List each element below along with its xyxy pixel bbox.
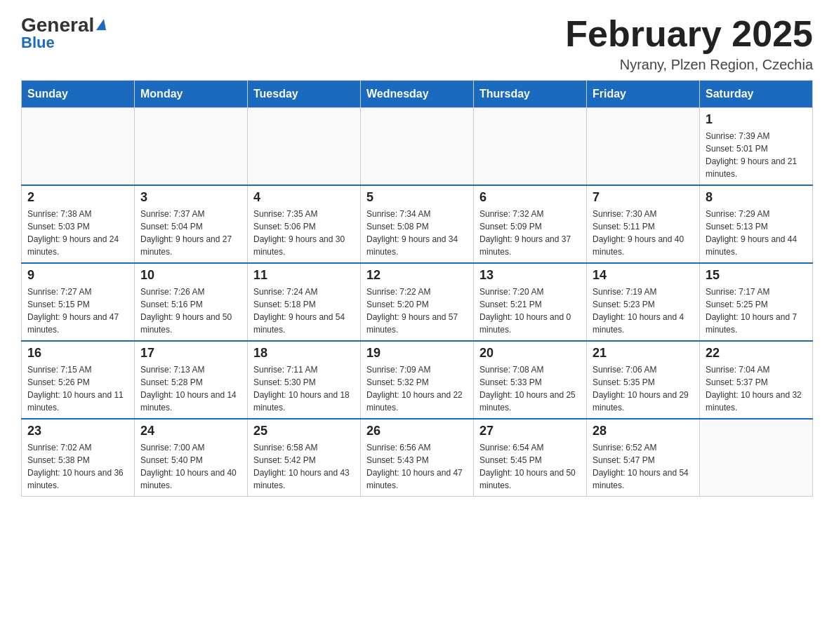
day-number: 11 [253, 268, 355, 283]
calendar-cell-week4-day4: 27 Sunrise: 6:54 AM Sunset: 5:45 PM Dayl… [474, 419, 587, 497]
daylight-text: Daylight: 10 hours and 47 minutes. [366, 468, 463, 490]
calendar-cell-week2-day4: 13 Sunrise: 7:20 AM Sunset: 5:21 PM Dayl… [474, 263, 587, 341]
day-info: Sunrise: 7:39 AM Sunset: 5:01 PM Dayligh… [706, 130, 807, 180]
calendar-cell-week0-day2 [248, 108, 361, 186]
sunrise-text: Sunrise: 7:19 AM [593, 287, 656, 297]
day-number: 10 [140, 268, 241, 283]
sunset-text: Sunset: 5:33 PM [479, 377, 542, 387]
daylight-text: Daylight: 9 hours and 50 minutes. [140, 312, 232, 335]
daylight-text: Daylight: 10 hours and 11 minutes. [27, 390, 124, 412]
day-info: Sunrise: 7:13 AM Sunset: 5:28 PM Dayligh… [140, 363, 241, 414]
daylight-text: Daylight: 10 hours and 4 minutes. [593, 312, 684, 335]
day-info: Sunrise: 7:06 AM Sunset: 5:35 PM Dayligh… [593, 363, 694, 414]
calendar-cell-week2-day0: 9 Sunrise: 7:27 AM Sunset: 5:15 PM Dayli… [22, 263, 135, 341]
day-info: Sunrise: 6:56 AM Sunset: 5:43 PM Dayligh… [366, 441, 468, 492]
day-info: Sunrise: 7:00 AM Sunset: 5:40 PM Dayligh… [140, 441, 241, 492]
day-number: 14 [593, 268, 694, 283]
day-info: Sunrise: 7:15 AM Sunset: 5:26 PM Dayligh… [27, 363, 128, 414]
daylight-text: Daylight: 9 hours and 40 minutes. [593, 234, 684, 257]
day-info: Sunrise: 7:09 AM Sunset: 5:32 PM Dayligh… [366, 363, 468, 414]
logo: General Blue [21, 14, 106, 52]
calendar-cell-week2-day5: 14 Sunrise: 7:19 AM Sunset: 5:23 PM Dayl… [587, 263, 700, 341]
day-info: Sunrise: 7:37 AM Sunset: 5:04 PM Dayligh… [140, 208, 241, 258]
calendar-cell-week3-day5: 21 Sunrise: 7:06 AM Sunset: 5:35 PM Dayl… [587, 341, 700, 419]
day-info: Sunrise: 7:32 AM Sunset: 5:09 PM Dayligh… [479, 208, 581, 258]
day-number: 15 [706, 268, 807, 283]
sunrise-text: Sunrise: 6:52 AM [593, 443, 656, 452]
day-info: Sunrise: 7:35 AM Sunset: 5:06 PM Dayligh… [253, 208, 355, 258]
sunrise-text: Sunrise: 6:56 AM [366, 443, 430, 452]
calendar-cell-week4-day1: 24 Sunrise: 7:00 AM Sunset: 5:40 PM Dayl… [135, 419, 248, 497]
calendar-cell-week3-day2: 18 Sunrise: 7:11 AM Sunset: 5:30 PM Dayl… [248, 341, 361, 419]
daylight-text: Daylight: 10 hours and 32 minutes. [706, 390, 802, 412]
day-number: 12 [366, 268, 468, 283]
sunset-text: Sunset: 5:32 PM [366, 377, 429, 387]
page-header: General Blue February 2025 Nyrany, Plzen… [21, 14, 813, 73]
calendar-cell-week1-day2: 4 Sunrise: 7:35 AM Sunset: 5:06 PM Dayli… [248, 185, 361, 263]
sunset-text: Sunset: 5:25 PM [706, 300, 768, 309]
calendar-cell-week1-day0: 2 Sunrise: 7:38 AM Sunset: 5:03 PM Dayli… [22, 185, 135, 263]
day-number: 26 [366, 424, 468, 438]
sunrise-text: Sunrise: 7:24 AM [253, 287, 317, 297]
sunrise-text: Sunrise: 7:15 AM [27, 365, 91, 375]
daylight-text: Daylight: 10 hours and 40 minutes. [140, 468, 237, 490]
day-number: 9 [27, 268, 128, 283]
day-info: Sunrise: 7:30 AM Sunset: 5:11 PM Dayligh… [593, 208, 694, 258]
calendar-cell-week2-day3: 12 Sunrise: 7:22 AM Sunset: 5:20 PM Dayl… [361, 263, 474, 341]
calendar-cell-week3-day3: 19 Sunrise: 7:09 AM Sunset: 5:32 PM Dayl… [361, 341, 474, 419]
calendar-cell-week3-day1: 17 Sunrise: 7:13 AM Sunset: 5:28 PM Dayl… [135, 341, 248, 419]
calendar-cell-week4-day2: 25 Sunrise: 6:58 AM Sunset: 5:42 PM Dayl… [248, 419, 361, 497]
sunset-text: Sunset: 5:08 PM [366, 222, 429, 232]
sunset-text: Sunset: 5:13 PM [706, 222, 768, 232]
sunset-text: Sunset: 5:18 PM [253, 300, 316, 309]
day-number: 7 [593, 190, 694, 205]
sunrise-text: Sunrise: 7:34 AM [366, 209, 430, 219]
calendar-cell-week0-day6: 1 Sunrise: 7:39 AM Sunset: 5:01 PM Dayli… [700, 108, 813, 186]
daylight-text: Daylight: 10 hours and 7 minutes. [706, 312, 797, 335]
day-info: Sunrise: 7:17 AM Sunset: 5:25 PM Dayligh… [706, 286, 807, 336]
day-info: Sunrise: 7:04 AM Sunset: 5:37 PM Dayligh… [706, 363, 807, 414]
day-info: Sunrise: 6:54 AM Sunset: 5:45 PM Dayligh… [479, 441, 581, 492]
daylight-text: Daylight: 9 hours and 24 minutes. [27, 234, 119, 257]
daylight-text: Daylight: 9 hours and 44 minutes. [706, 234, 797, 257]
logo-blue-text: Blue [21, 34, 55, 52]
daylight-text: Daylight: 9 hours and 57 minutes. [366, 312, 458, 335]
day-number: 4 [253, 190, 355, 205]
sunrise-text: Sunrise: 6:54 AM [479, 443, 543, 452]
day-info: Sunrise: 7:38 AM Sunset: 5:03 PM Dayligh… [27, 208, 128, 258]
location-subtitle: Nyrany, Plzen Region, Czechia [565, 57, 813, 73]
daylight-text: Daylight: 10 hours and 0 minutes. [479, 312, 571, 335]
calendar-week-row-4: 23 Sunrise: 7:02 AM Sunset: 5:38 PM Dayl… [22, 419, 813, 497]
sunset-text: Sunset: 5:40 PM [140, 455, 203, 465]
calendar-cell-week0-day1 [135, 108, 248, 186]
sunset-text: Sunset: 5:11 PM [593, 222, 655, 232]
sunset-text: Sunset: 5:42 PM [253, 455, 316, 465]
daylight-text: Daylight: 10 hours and 43 minutes. [253, 468, 350, 490]
sunrise-text: Sunrise: 6:58 AM [253, 443, 317, 452]
calendar-week-row-1: 2 Sunrise: 7:38 AM Sunset: 5:03 PM Dayli… [22, 185, 813, 263]
daylight-text: Daylight: 9 hours and 34 minutes. [366, 234, 458, 257]
day-number: 22 [706, 346, 807, 361]
col-wednesday: Wednesday [361, 81, 474, 108]
sunset-text: Sunset: 5:43 PM [366, 455, 429, 465]
calendar-cell-week1-day3: 5 Sunrise: 7:34 AM Sunset: 5:08 PM Dayli… [361, 185, 474, 263]
sunset-text: Sunset: 5:03 PM [27, 222, 90, 232]
calendar-cell-week1-day5: 7 Sunrise: 7:30 AM Sunset: 5:11 PM Dayli… [587, 185, 700, 263]
sunset-text: Sunset: 5:47 PM [593, 455, 655, 465]
sunset-text: Sunset: 5:16 PM [140, 300, 203, 309]
sunset-text: Sunset: 5:23 PM [593, 300, 655, 309]
sunrise-text: Sunrise: 7:13 AM [140, 365, 204, 375]
sunrise-text: Sunrise: 7:26 AM [140, 287, 204, 297]
col-friday: Friday [587, 81, 700, 108]
daylight-text: Daylight: 10 hours and 50 minutes. [479, 468, 576, 490]
calendar-cell-week3-day0: 16 Sunrise: 7:15 AM Sunset: 5:26 PM Dayl… [22, 341, 135, 419]
sunset-text: Sunset: 5:26 PM [27, 377, 90, 387]
sunset-text: Sunset: 5:04 PM [140, 222, 203, 232]
day-info: Sunrise: 7:26 AM Sunset: 5:16 PM Dayligh… [140, 286, 241, 336]
daylight-text: Daylight: 9 hours and 47 minutes. [27, 312, 119, 335]
day-number: 21 [593, 346, 694, 361]
daylight-text: Daylight: 9 hours and 21 minutes. [706, 156, 797, 179]
daylight-text: Daylight: 10 hours and 18 minutes. [253, 390, 350, 412]
calendar-table: Sunday Monday Tuesday Wednesday Thursday… [21, 80, 813, 497]
sunset-text: Sunset: 5:01 PM [706, 144, 768, 154]
